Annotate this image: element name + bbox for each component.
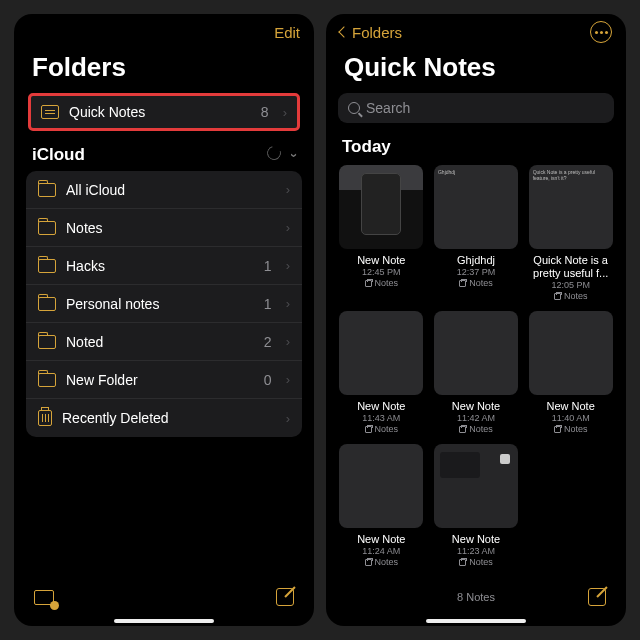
right-navbar: Folders (326, 14, 626, 50)
folder-glyph-icon (365, 426, 372, 433)
home-indicator[interactable] (426, 619, 526, 623)
note-title: New Note (452, 400, 500, 412)
chevron-right-icon: › (286, 296, 290, 311)
folder-count: 0 (264, 372, 272, 388)
quick-notes-row[interactable]: Quick Notes 8 › (28, 93, 300, 131)
note-location: Notes (365, 557, 399, 567)
folder-label: Noted (66, 334, 254, 350)
quick-notes-screen: Folders Quick Notes Search Today New Not… (326, 14, 626, 626)
note-time: 12:45 PM (362, 267, 401, 277)
note-location: Notes (459, 278, 493, 288)
note-title: New Note (357, 400, 405, 412)
note-card[interactable]: New Note11:42 AMNotes (433, 311, 520, 434)
note-time: 12:05 PM (551, 280, 590, 290)
quick-note-icon (41, 105, 59, 119)
note-time: 11:42 AM (457, 413, 495, 423)
note-title: New Note (357, 533, 405, 545)
note-title: Quick Note is a pretty useful f... (528, 254, 614, 279)
folder-count: 1 (264, 296, 272, 312)
today-section-title: Today (326, 133, 626, 165)
note-count-label: 8 Notes (326, 591, 626, 603)
folder-glyph-icon (365, 559, 372, 566)
folder-icon (38, 373, 56, 387)
note-thumbnail (434, 311, 518, 395)
chevron-down-icon[interactable]: › (286, 153, 301, 157)
note-time: 11:43 AM (362, 413, 400, 423)
note-thumbnail (529, 311, 613, 395)
page-title: Quick Notes (326, 50, 626, 93)
new-folder-button[interactable] (34, 590, 54, 605)
compose-button[interactable] (588, 588, 606, 606)
compose-button[interactable] (276, 588, 294, 606)
folder-row[interactable]: Notes› (26, 209, 302, 247)
folder-count: 2 (264, 334, 272, 350)
note-card[interactable]: GhjdhdjGhjdhdj12:37 PMNotes (433, 165, 520, 301)
sync-spinner-icon (264, 143, 283, 162)
folder-icon (38, 297, 56, 311)
folders-screen: Edit Folders Quick Notes 8 › iCloud › Al… (14, 14, 314, 626)
folder-label: New Folder (66, 372, 254, 388)
note-thumbnail (339, 311, 423, 395)
folder-list: All iCloud›Notes›Hacks1›Personal notes1›… (26, 171, 302, 437)
note-thumbnail: Quick Note is a pretty useful feature, i… (529, 165, 613, 249)
folder-glyph-icon (554, 426, 561, 433)
note-location: Notes (365, 424, 399, 434)
chevron-right-icon: › (286, 220, 290, 235)
folder-label: Recently Deleted (62, 410, 262, 426)
note-card[interactable]: New Note11:43 AMNotes (338, 311, 425, 434)
note-title: New Note (452, 533, 500, 545)
note-location: Notes (459, 424, 493, 434)
edit-button[interactable]: Edit (274, 24, 300, 41)
folder-row[interactable]: Recently Deleted› (26, 399, 302, 437)
note-card[interactable]: Quick Note is a pretty useful feature, i… (527, 165, 614, 301)
note-card[interactable]: New Note11:40 AMNotes (527, 311, 614, 434)
folder-label: Notes (66, 220, 262, 236)
note-thumbnail (434, 444, 518, 528)
back-button[interactable]: Folders (340, 24, 402, 41)
note-card[interactable]: New Note12:45 PMNotes (338, 165, 425, 301)
more-button[interactable] (590, 21, 612, 43)
icloud-section-title: iCloud (32, 145, 85, 165)
folder-row[interactable]: All iCloud› (26, 171, 302, 209)
folder-row[interactable]: Hacks1› (26, 247, 302, 285)
icloud-section-header[interactable]: iCloud › (14, 145, 314, 171)
note-title: New Note (547, 400, 595, 412)
chevron-right-icon: › (286, 372, 290, 387)
note-card[interactable]: New Note11:23 AMNotes (433, 444, 520, 567)
folder-count: 1 (264, 258, 272, 274)
note-time: 11:24 AM (362, 546, 400, 556)
chevron-right-icon: › (286, 411, 290, 426)
folder-row[interactable]: Personal notes1› (26, 285, 302, 323)
left-navbar: Edit (14, 14, 314, 50)
note-location: Notes (459, 557, 493, 567)
chevron-right-icon: › (283, 105, 287, 120)
back-label: Folders (352, 24, 402, 41)
quick-notes-count: 8 (261, 104, 269, 120)
trash-icon (38, 410, 52, 426)
folder-glyph-icon (365, 280, 372, 287)
page-title: Folders (14, 50, 314, 93)
note-location: Notes (365, 278, 399, 288)
folder-row[interactable]: Noted2› (26, 323, 302, 361)
note-thumbnail (339, 444, 423, 528)
note-card[interactable]: New Note11:24 AMNotes (338, 444, 425, 567)
folder-glyph-icon (554, 293, 561, 300)
folder-label: All iCloud (66, 182, 262, 198)
folder-icon (38, 221, 56, 235)
search-placeholder: Search (366, 100, 410, 116)
note-title: Ghjdhdj (457, 254, 495, 266)
folder-glyph-icon (459, 280, 466, 287)
chevron-right-icon: › (286, 334, 290, 349)
folder-label: Personal notes (66, 296, 254, 312)
search-icon (348, 102, 360, 114)
home-indicator[interactable] (114, 619, 214, 623)
search-field[interactable]: Search (338, 93, 614, 123)
folder-icon (38, 259, 56, 273)
chevron-right-icon: › (286, 258, 290, 273)
folder-label: Hacks (66, 258, 254, 274)
folder-row[interactable]: New Folder0› (26, 361, 302, 399)
note-thumbnail (339, 165, 423, 249)
quick-notes-label: Quick Notes (69, 104, 251, 120)
note-thumbnail: Ghjdhdj (434, 165, 518, 249)
folder-icon (38, 335, 56, 349)
